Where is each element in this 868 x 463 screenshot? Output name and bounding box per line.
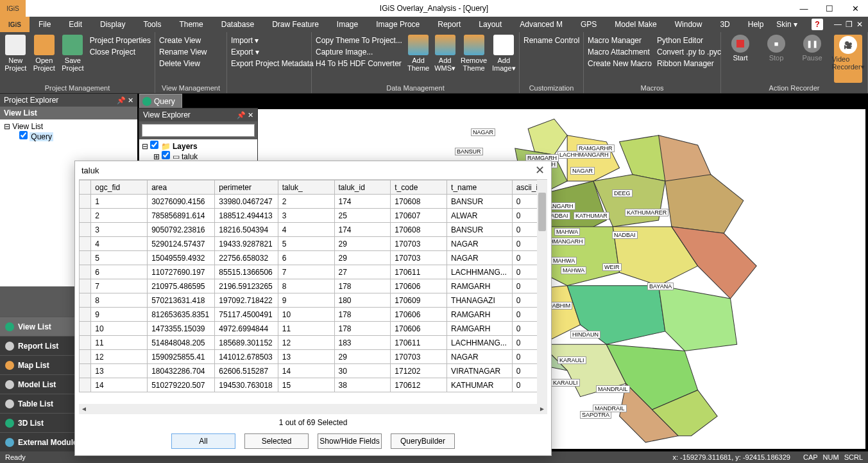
table-row[interactable]: 45290124.5743719433.9287821529170703NAGA… [80, 237, 547, 251]
menu-theme[interactable]: Theme [170, 17, 212, 32]
menu-database[interactable]: Database [212, 17, 263, 32]
delete-view-button[interactable]: Delete View [159, 59, 207, 68]
app-logo-icon: IGiS [0, 0, 26, 17]
tree-item-query[interactable]: Query [30, 132, 53, 141]
menu-3d[interactable]: 3D [711, 17, 738, 32]
menu-tools[interactable]: Tools [134, 17, 170, 32]
add-theme-button[interactable]: Add Theme [407, 35, 429, 83]
table-row[interactable]: 11514848048.205185689.30115212183170611L… [80, 336, 547, 350]
menu-report[interactable]: Report [429, 17, 470, 32]
document-tab-query[interactable]: Query [139, 94, 182, 108]
layers-tree[interactable]: ⊟ 📁 Layers ⊞ ▭ taluk [139, 139, 257, 162]
table-row[interactable]: 121590925855.41141012.6785031329170703NA… [80, 350, 547, 364]
column-header[interactable]: ogc_fid [91, 180, 148, 195]
dialog-close-button[interactable]: ✕ [535, 163, 545, 177]
menu-adv[interactable]: Advanced M [511, 17, 572, 32]
table-row[interactable]: 515049559.493222756.658032629170703NAGAR… [80, 251, 547, 265]
python-editor-button[interactable]: Python Editor [657, 36, 721, 45]
table-row[interactable]: 130276090.415633980.04672472174170608BAN… [80, 195, 547, 209]
table-row[interactable]: 6110727690.19785515.1366506727170611LACH… [80, 265, 547, 279]
macro-manager-button[interactable]: Macro Manager [588, 36, 652, 45]
attribute-table-dialog: taluk✕ ogc_fidareaperimetertaluk_taluk_i… [74, 161, 552, 456]
region-label: HINDAUN [570, 331, 600, 338]
window-title: IGiS Overlay_Analysis - [Query] [380, 4, 488, 13]
help-icon[interactable]: ? [812, 19, 823, 30]
selected-button[interactable]: Selected [244, 433, 309, 449]
rename-view-button[interactable]: Rename View [159, 48, 207, 57]
create-macro-button[interactable]: Create New Macro [588, 59, 652, 68]
import-button[interactable]: Import ▾ [231, 36, 314, 45]
menu-layout[interactable]: Layout [470, 17, 511, 32]
table-row[interactable]: 7210975.4865952196.591232658178170606RAM… [80, 279, 547, 293]
column-header[interactable]: taluk_ [278, 180, 334, 195]
table-row[interactable]: 8570213631.418197092.7184229180170609THA… [80, 293, 547, 308]
minimize-button[interactable]: — [791, 0, 817, 17]
menu-image[interactable]: Image [328, 17, 367, 32]
table-row[interactable]: 13180432286.70462606.5152871430171202VIR… [80, 364, 547, 378]
new-project-button[interactable]: New Project [4, 35, 28, 83]
status-ready: Ready [5, 453, 26, 461]
table-row[interactable]: 9812653635.835175117.450049110178170606R… [80, 308, 547, 322]
querybuilder-button[interactable]: QueryBuilder [391, 433, 455, 449]
menu-display[interactable]: Display [91, 17, 134, 32]
export-button[interactable]: Export ▾ [231, 48, 314, 57]
layers-checkbox[interactable] [150, 141, 158, 149]
horizontal-scrollbar[interactable]: ◄► [79, 404, 547, 414]
table-row[interactable]: 101473355.150394972.699484411178170606RA… [80, 322, 547, 336]
menu-drawfeature[interactable]: Draw Feature [263, 17, 328, 32]
start-record-button[interactable]: Start [726, 35, 754, 83]
menu-help[interactable]: Help [739, 17, 773, 32]
app-menu-button[interactable]: IGiS [0, 17, 30, 32]
save-project-button[interactable]: Save Project [61, 35, 85, 83]
h4h5-button[interactable]: H4 To H5 HDF Converter [316, 59, 402, 68]
pin-icon[interactable]: 📌 ✕ [237, 109, 253, 121]
showhide-fields-button[interactable]: Show/Hide Fields [318, 433, 382, 449]
close-project-button[interactable]: Close Project [90, 48, 151, 57]
maximize-button[interactable]: ☐ [817, 0, 842, 17]
convert-py-button[interactable]: Convert .py to .pyc [657, 48, 721, 57]
vertical-scrollbar[interactable] [537, 180, 547, 404]
menu-gps[interactable]: GPS [572, 17, 606, 32]
menu-edit[interactable]: Edit [60, 17, 91, 32]
column-header[interactable]: taluk_id [334, 180, 391, 195]
rename-control-button[interactable]: Rename Control [523, 36, 579, 45]
column-header[interactable]: t_code [391, 180, 447, 195]
column-header[interactable]: area [148, 180, 215, 195]
project-properties-button[interactable]: Project Properties [90, 36, 151, 45]
column-header[interactable]: t_name [447, 180, 513, 195]
pin-icon[interactable]: 📌 ✕ [117, 94, 133, 107]
region-label: BAYANA [647, 283, 674, 290]
table-icon [5, 399, 14, 408]
skin-dropdown[interactable]: Skin ▾ [776, 20, 797, 29]
capture-image-button[interactable]: Capture Image... [316, 48, 402, 57]
attribute-grid[interactable]: ogc_fidareaperimetertaluk_taluk_idt_code… [79, 180, 547, 392]
remove-theme-button[interactable]: Remove Theme [461, 35, 487, 83]
pause-record-button[interactable]: ❚❚Pause [798, 35, 826, 83]
menu-window[interactable]: Window [666, 17, 711, 32]
menu-improc[interactable]: Image Proce [367, 17, 429, 32]
export-metadata-button[interactable]: Export Project Metadata [231, 59, 314, 68]
add-wms-button[interactable]: Add WMS▾ [434, 35, 455, 83]
macro-attachment-button[interactable]: Macro Attachment [588, 48, 652, 57]
copy-theme-button[interactable]: Copy Theme To Project... [316, 36, 402, 45]
mdi-close-icon[interactable]: ✕ [856, 20, 863, 29]
video-recorder-button[interactable]: 🎥Video Recorder▾ [834, 35, 862, 83]
mdi-minimize-icon[interactable]: — [834, 20, 842, 29]
menu-file[interactable]: File [30, 17, 60, 32]
close-button[interactable]: ✕ [842, 0, 868, 17]
column-header[interactable]: perimeter [215, 180, 278, 195]
table-row[interactable]: 2785856891.614188512.494413325170607ALWA… [80, 209, 547, 223]
add-image-button[interactable]: Add Image▾ [492, 35, 516, 83]
open-project-button[interactable]: Open Project [33, 35, 56, 83]
all-button[interactable]: All [171, 433, 235, 449]
table-row[interactable]: 39050792.2381618216.5043944174170608BANS… [80, 223, 547, 237]
layer-combo[interactable] [142, 124, 255, 137]
table-row[interactable]: 14510279220.507194530.7630181538170612KA… [80, 378, 547, 392]
query-checkbox[interactable] [19, 131, 28, 139]
ribbon-manager-button[interactable]: Ribbon Manager [657, 59, 721, 68]
mdi-restore-icon[interactable]: ❐ [846, 20, 853, 29]
taluk-checkbox[interactable] [162, 151, 170, 159]
stop-record-button[interactable]: ■Stop [762, 35, 790, 83]
menu-model[interactable]: Model Make [606, 17, 665, 32]
create-view-button[interactable]: Create View [159, 36, 207, 45]
